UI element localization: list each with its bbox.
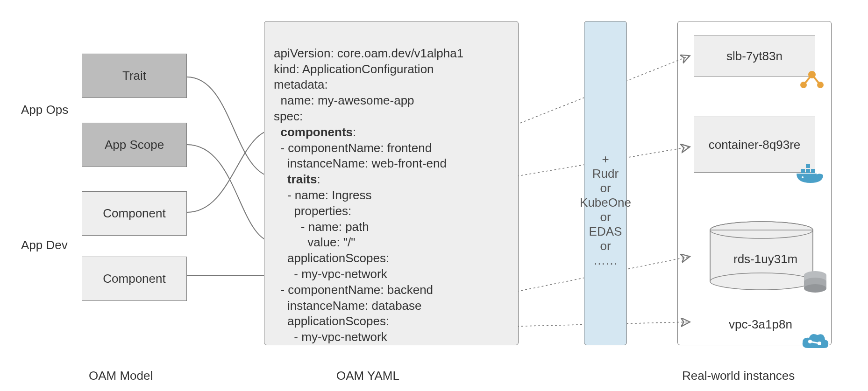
database-icon <box>801 271 829 297</box>
yaml-line-1: apiVersion: core.oam.dev/v1alpha1 <box>274 46 463 60</box>
svg-point-23 <box>802 176 804 178</box>
runtime-or-2: or <box>600 210 611 224</box>
model-box-component-2-label: Component <box>103 272 165 286</box>
yaml-line-18: applicationScopes: <box>274 314 389 328</box>
yaml-line-12: - name: path <box>274 220 369 234</box>
runtime-or-3: or <box>600 239 611 253</box>
yaml-line-14: applicationScopes: <box>274 251 389 265</box>
instance-container-label: container-8q93re <box>709 138 801 152</box>
yaml-line-11: properties: <box>274 204 351 218</box>
instance-vpc-label: vpc-3a1p8n <box>729 317 792 332</box>
yaml-line-3: metadata: <box>274 77 328 91</box>
docker-icon <box>794 163 827 187</box>
model-box-appscope-label: App Scope <box>105 138 164 152</box>
yaml-line-5: spec: <box>274 109 303 123</box>
model-box-trait-label: Trait <box>122 69 146 83</box>
column-title-model: OAM Model <box>89 369 153 383</box>
model-box-appscope: App Scope <box>82 123 187 167</box>
runtime-edas: EDAS <box>589 224 622 239</box>
yaml-line-6: components <box>280 125 353 139</box>
svg-point-28 <box>804 284 826 293</box>
runtime-plus: + <box>602 152 609 167</box>
svg-rect-21 <box>811 169 815 173</box>
yaml-box: apiVersion: core.oam.dev/v1alpha1 kind: … <box>264 21 519 345</box>
runtime-column: + Rudr or KubeOne or EDAS or …… <box>584 21 627 345</box>
yaml-line-7: - componentName: frontend <box>274 141 432 155</box>
model-box-component-1-label: Component <box>103 206 165 221</box>
runtime-ellipsis: …… <box>593 253 618 268</box>
yaml-line-17: instanceName: database <box>274 299 422 313</box>
load-balancer-icon <box>799 70 825 89</box>
instance-card-slb: slb-7yt83n <box>694 35 815 77</box>
svg-rect-22 <box>806 164 810 168</box>
cloud-network-icon <box>800 331 830 354</box>
model-box-trait: Trait <box>82 54 187 98</box>
yaml-line-15: - my-vpc-network <box>274 267 387 281</box>
column-title-yaml: OAM YAML <box>336 369 399 383</box>
yaml-line-4: name: my-awesome-app <box>274 93 414 107</box>
yaml-line-16: - componentName: backend <box>274 283 433 297</box>
runtime-or-1: or <box>600 181 611 196</box>
yaml-line-19: - my-vpc-network <box>274 330 387 344</box>
instance-rds-label: rds-1uy31m <box>733 252 797 266</box>
role-label-app-ops: App Ops <box>21 103 68 117</box>
yaml-line-2: kind: ApplicationConfiguration <box>274 62 434 76</box>
model-box-component-1: Component <box>82 191 187 236</box>
runtime-kubeone: KubeOne <box>580 196 631 210</box>
svg-rect-20 <box>806 169 810 173</box>
yaml-line-8: instanceName: web-front-end <box>274 156 447 170</box>
column-title-instances: Real-world instances <box>682 369 795 383</box>
yaml-line-13: value: "/" <box>274 235 356 249</box>
instance-slb-label: slb-7yt83n <box>726 49 783 63</box>
model-box-component-2: Component <box>82 257 187 301</box>
runtime-rudr: Rudr <box>592 167 619 181</box>
role-label-app-dev: App Dev <box>21 238 68 252</box>
yaml-line-10: - name: Ingress <box>274 188 372 202</box>
yaml-line-9: traits <box>287 172 317 186</box>
svg-rect-19 <box>801 169 805 173</box>
